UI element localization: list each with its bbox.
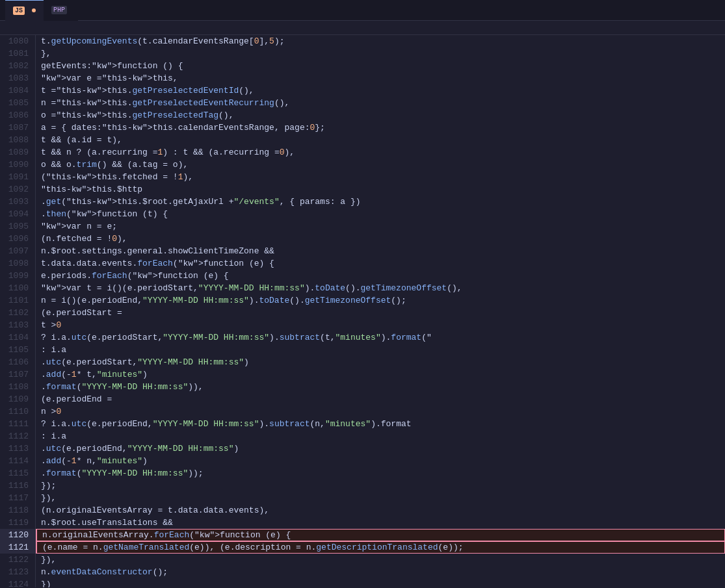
line-number: 1080	[0, 35, 35, 47]
code-line: a = { dates: "this-kw">this.calendarEven…	[36, 121, 725, 134]
code-area[interactable]: t.getUpcomingEvents(t.calendarEventsRang…	[36, 35, 725, 587]
php-icon: PHP	[51, 6, 67, 14]
js-icon: JS	[13, 6, 25, 15]
line-number: 1118	[0, 504, 35, 517]
code-line: })	[36, 578, 725, 587]
line-number: 1124	[0, 578, 35, 587]
code-line: : i.a	[36, 430, 725, 442]
code-line: e.periods.forEach("kw">function (e) {	[36, 270, 725, 282]
line-number: 1091	[0, 171, 35, 183]
code-line: ("this-kw">this.fetched = !1),	[36, 171, 725, 183]
line-number: 1116	[0, 479, 35, 492]
line-number: 1102	[0, 307, 35, 319]
line-number: 1110	[0, 405, 35, 418]
line-number: 1092	[0, 183, 35, 196]
unsaved-indicator	[32, 8, 36, 12]
line-number: 1101	[0, 294, 35, 307]
line-number: 1100	[0, 282, 35, 294]
code-line: (e.periodEnd =	[36, 393, 725, 405]
code-line: "kw">var e = "this-kw">this,	[36, 72, 725, 84]
code-line: .then("kw">function (t) {	[36, 208, 725, 220]
line-number: 1109	[0, 393, 35, 405]
code-line: },	[36, 47, 725, 60]
line-number: 1121	[0, 541, 35, 554]
code-line: n.eventDataConstructor();	[36, 566, 725, 578]
code-line: (e.name = n.getNameTranslated(e)), (e.de…	[36, 541, 725, 554]
code-line: }),	[36, 554, 725, 566]
code-line: n.$root.useTranslations &&	[36, 517, 725, 529]
code-line: getEvents: "kw">function () {	[36, 60, 725, 72]
code-line: t && (a.id = t),	[36, 134, 725, 146]
line-number: 1117	[0, 492, 35, 504]
code-line: t.getUpcomingEvents(t.calendarEventsRang…	[36, 35, 725, 47]
code-line: (e.periodStart =	[36, 307, 725, 319]
line-number: 1120	[0, 529, 35, 541]
line-number: 1082	[0, 60, 35, 72]
code-line: : i.a	[36, 344, 725, 356]
line-number: 1099	[0, 270, 35, 282]
code-line: .get("this-kw">this.$root.getAjaxUrl + "…	[36, 196, 725, 208]
line-number: 1112	[0, 430, 35, 442]
code-line: "this-kw">this.$http	[36, 183, 725, 196]
line-number: 1103	[0, 319, 35, 331]
code-line: }),	[36, 492, 725, 504]
breadcrumb	[0, 21, 725, 35]
code-line: ? i.a.utc(e.periodEnd, "YYYY-MM-DD HH:mm…	[36, 418, 725, 430]
code-line: n > 0	[36, 405, 725, 418]
line-number: 1106	[0, 356, 35, 368]
line-number: 1098	[0, 257, 35, 270]
code-line: n.$root.settings.general.showClientTimeZ…	[36, 245, 725, 257]
line-number: 1085	[0, 97, 35, 109]
line-number: 1113	[0, 442, 35, 455]
line-number: 1107	[0, 368, 35, 381]
title-bar: JS PHP	[0, 0, 725, 21]
editor: 1080108110821083108410851086108710881089…	[0, 35, 725, 587]
code-line: o && o.trim() && (a.tag = o),	[36, 159, 725, 171]
code-line: n = "this-kw">this.getPreselectedEventRe…	[36, 97, 725, 109]
line-number: 1097	[0, 245, 35, 257]
code-line: (n.originalEventsArray = t.data.data.eve…	[36, 504, 725, 517]
code-line: .utc(e.periodEnd, "YYYY-MM-DD HH:mm:ss")	[36, 442, 725, 455]
line-number: 1108	[0, 381, 35, 393]
line-number: 1090	[0, 159, 35, 171]
code-line: });	[36, 479, 725, 492]
code-line: t && n ? (a.recurring = 1) : t && (a.rec…	[36, 146, 725, 159]
line-number: 1114	[0, 455, 35, 467]
tab-js-file[interactable]: JS	[5, 0, 44, 21]
code-line: .add(-1 * n, "minutes")	[36, 455, 725, 467]
code-line: (n.fetched = !0),	[36, 233, 725, 245]
code-line: "kw">var t = i()(e.periodStart, "YYYY-MM…	[36, 282, 725, 294]
code-line: t > 0	[36, 319, 725, 331]
line-number: 1095	[0, 220, 35, 233]
code-line: .format("YYYY-MM-DD HH:mm:ss")),	[36, 381, 725, 393]
code-line: n.originalEventsArray.forEach("kw">funct…	[36, 529, 725, 541]
line-number: 1093	[0, 196, 35, 208]
tab-php-file[interactable]: PHP	[44, 0, 78, 21]
line-number: 1096	[0, 233, 35, 245]
code-line: n = i()(e.periodEnd, "YYYY-MM-DD HH:mm:s…	[36, 294, 725, 307]
line-number: 1084	[0, 84, 35, 97]
line-number: 1087	[0, 121, 35, 134]
code-line: "kw">var n = e;	[36, 220, 725, 233]
line-number: 1123	[0, 566, 35, 578]
line-number: 1122	[0, 554, 35, 566]
line-number: 1104	[0, 331, 35, 344]
line-number: 1088	[0, 134, 35, 146]
code-line: .utc(e.periodStart, "YYYY-MM-DD HH:mm:ss…	[36, 356, 725, 368]
line-number: 1119	[0, 517, 35, 529]
code-line: o = "this-kw">this.getPreselectedTag(),	[36, 109, 725, 121]
line-number: 1105	[0, 344, 35, 356]
line-number: 1115	[0, 467, 35, 479]
code-line: t = "this-kw">this.getPreselectedEventId…	[36, 84, 725, 97]
line-number: 1086	[0, 109, 35, 121]
line-number: 1081	[0, 47, 35, 60]
code-line: ? i.a.utc(e.periodStart, "YYYY-MM-DD HH:…	[36, 331, 725, 344]
line-number: 1089	[0, 146, 35, 159]
line-number: 1111	[0, 418, 35, 430]
line-numbers: 1080108110821083108410851086108710881089…	[0, 35, 36, 587]
code-line: .add(-1 * t, "minutes")	[36, 368, 725, 381]
code-line: .format("YYYY-MM-DD HH:mm:ss"));	[36, 467, 725, 479]
code-line: t.data.data.events.forEach("kw">function…	[36, 257, 725, 270]
line-number: 1083	[0, 72, 35, 84]
line-number: 1094	[0, 208, 35, 220]
